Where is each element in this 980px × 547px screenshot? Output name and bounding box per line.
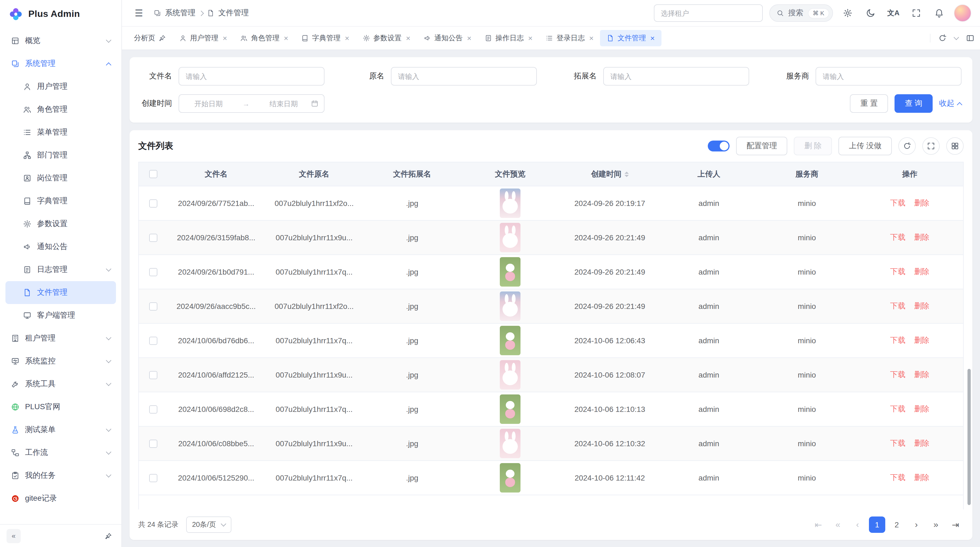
sidebar-item-user-management[interactable]: 用户管理 <box>5 75 116 98</box>
close-icon[interactable]: × <box>345 34 349 42</box>
download-link[interactable]: 下载 <box>890 267 905 277</box>
global-search-button[interactable]: 搜索 ⌘ K <box>769 4 833 22</box>
delete-link[interactable]: 删除 <box>914 370 929 380</box>
download-link[interactable]: 下载 <box>890 336 905 345</box>
provider-input[interactable] <box>816 67 961 86</box>
upload-button[interactable]: 上传 没做 <box>838 137 892 155</box>
file-preview-image[interactable] <box>500 463 520 493</box>
tab-user-management[interactable]: 用户管理 × <box>173 30 234 46</box>
delete-link[interactable]: 删除 <box>914 267 929 277</box>
column-header[interactable]: 文件拓展名 <box>363 169 461 179</box>
sidebar-item-tenant-management[interactable]: 租户管理 <box>5 327 116 350</box>
download-link[interactable]: 下载 <box>890 370 905 380</box>
file-name-input[interactable] <box>178 67 325 86</box>
download-link[interactable]: 下载 <box>890 301 905 311</box>
sidebar-item-overview[interactable]: 概览 <box>5 29 116 52</box>
sidebar-item-system-management[interactable]: 系统管理 <box>5 52 116 75</box>
delete-link[interactable]: 删除 <box>914 198 929 208</box>
pager-page-1[interactable]: 1 <box>869 517 885 533</box>
pager-page-2[interactable]: 2 <box>889 517 905 533</box>
file-preview-image[interactable] <box>500 223 520 252</box>
row-checkbox[interactable] <box>149 371 157 379</box>
breadcrumb-item[interactable]: 文件管理 <box>218 8 249 18</box>
column-settings-icon[interactable] <box>946 137 964 155</box>
file-preview-image[interactable] <box>500 429 520 458</box>
tab-panel-icon[interactable] <box>966 34 975 43</box>
file-preview-image[interactable] <box>500 188 520 218</box>
delete-link[interactable]: 删除 <box>914 233 929 242</box>
tab-analysis[interactable]: 分析页 <box>127 30 173 46</box>
close-icon[interactable]: × <box>528 34 533 42</box>
file-preview-image[interactable] <box>500 292 520 321</box>
reset-button[interactable]: 重 置 <box>850 94 888 113</box>
pager-first-button[interactable]: ⇤ <box>810 517 826 533</box>
row-checkbox[interactable] <box>149 405 157 413</box>
tenant-select-input[interactable] <box>654 4 762 22</box>
close-icon[interactable]: × <box>223 34 227 42</box>
tab-notice[interactable]: 通知公告 × <box>417 30 478 46</box>
sidebar-item-client-management[interactable]: 客户端管理 <box>5 304 116 327</box>
batch-delete-button[interactable]: 删 除 <box>794 137 832 155</box>
download-link[interactable]: 下载 <box>890 473 905 483</box>
end-date-input[interactable] <box>260 99 308 108</box>
pager-prev-button[interactable]: ‹ <box>850 517 865 533</box>
sidebar-item-param-settings[interactable]: 参数设置 <box>5 212 116 235</box>
chevron-down-icon[interactable] <box>954 35 959 40</box>
column-header[interactable]: 服务商 <box>757 169 856 179</box>
delete-link[interactable]: 删除 <box>914 336 929 345</box>
pin-sidebar-icon[interactable] <box>102 529 115 542</box>
sort-icons[interactable] <box>624 171 628 177</box>
collapse-filters-link[interactable]: 收起 <box>939 99 961 108</box>
column-header[interactable]: 上传人 <box>660 169 757 179</box>
search-button[interactable]: 查 询 <box>894 94 932 113</box>
extension-input[interactable] <box>603 67 749 86</box>
sidebar-item-my-tasks[interactable]: 我的任务 <box>5 464 116 487</box>
file-preview-image[interactable] <box>500 257 520 287</box>
sidebar-item-dict-management[interactable]: 字典管理 <box>5 190 116 212</box>
pager-next-fast-button[interactable]: » <box>928 517 944 533</box>
sidebar-item-log-management[interactable]: 日志管理 <box>5 258 116 281</box>
delete-link[interactable]: 删除 <box>914 439 929 448</box>
row-checkbox[interactable] <box>149 233 157 242</box>
close-icon[interactable]: × <box>406 34 410 42</box>
sidebar-item-notice[interactable]: 通知公告 <box>5 235 116 258</box>
download-link[interactable]: 下载 <box>890 233 905 242</box>
notifications-bell-icon[interactable] <box>931 5 947 21</box>
column-header[interactable]: 文件预览 <box>461 169 559 179</box>
original-name-input[interactable] <box>391 67 537 86</box>
download-link[interactable]: 下载 <box>890 404 905 414</box>
tab-role-management[interactable]: 角色管理 × <box>234 30 294 46</box>
refresh-table-icon[interactable] <box>898 137 916 155</box>
refresh-tab-icon[interactable] <box>938 34 947 43</box>
close-icon[interactable]: × <box>467 34 471 42</box>
translate-icon[interactable]: 文A <box>885 5 902 21</box>
start-date-input[interactable] <box>185 99 232 108</box>
tab-login-log[interactable]: 登录日志 × <box>539 30 600 46</box>
sidebar-item-menu-management[interactable]: 菜单管理 <box>5 121 116 144</box>
tab-operation-log[interactable]: 操作日志 × <box>478 30 539 46</box>
fullscreen-table-icon[interactable] <box>922 137 940 155</box>
breadcrumb-item[interactable]: 系统管理 <box>165 8 196 18</box>
file-preview-image[interactable] <box>500 394 520 424</box>
tab-param-settings[interactable]: 参数设置 × <box>356 30 417 46</box>
row-checkbox[interactable] <box>149 439 157 448</box>
sidebar-item-system-tools[interactable]: 系统工具 <box>5 373 116 395</box>
preview-toggle-switch[interactable] <box>708 140 730 152</box>
sidebar-item-post-management[interactable]: 岗位管理 <box>5 167 116 190</box>
download-link[interactable]: 下载 <box>890 198 905 208</box>
settings-gear-icon[interactable] <box>840 5 856 21</box>
page-size-select[interactable]: 20条/页 <box>186 517 231 533</box>
sidebar-item-gitee-record[interactable]: gitee记录 <box>5 487 116 510</box>
pager-next-button[interactable]: › <box>908 517 924 533</box>
column-header-created[interactable]: 创建时间 <box>559 169 660 179</box>
sidebar-item-workflow[interactable]: 工作流 <box>5 441 116 464</box>
close-icon[interactable]: × <box>589 34 593 42</box>
sidebar-item-test-menu[interactable]: 测试菜单 <box>5 418 116 441</box>
row-checkbox[interactable] <box>149 302 157 310</box>
delete-link[interactable]: 删除 <box>914 473 929 483</box>
fullscreen-icon[interactable] <box>908 5 924 21</box>
sidebar-item-plus-website[interactable]: PLUS官网 <box>5 395 116 418</box>
hamburger-menu-icon[interactable]: ☰ <box>130 5 147 21</box>
pin-icon[interactable] <box>158 34 166 42</box>
close-icon[interactable]: × <box>650 34 655 42</box>
